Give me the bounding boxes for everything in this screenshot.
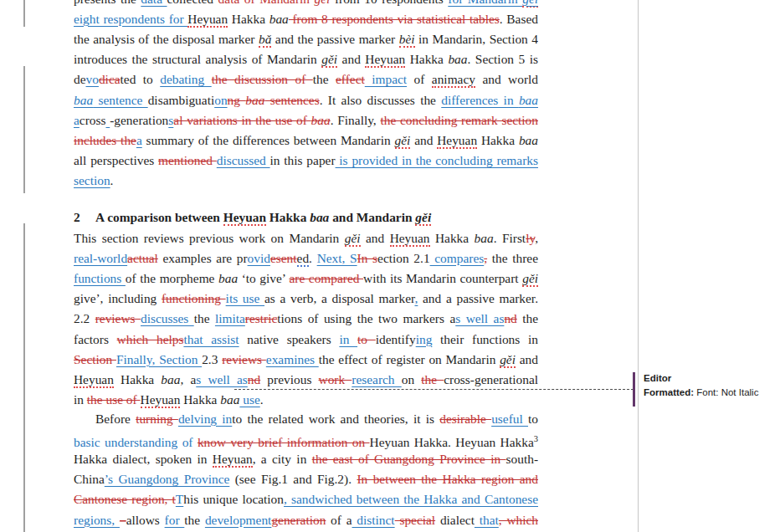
text-segment: collected: [167, 0, 218, 6]
inserted-text: T: [176, 492, 183, 506]
inserted-text: basic understanding of: [74, 435, 198, 449]
deleted-text: know very brief information on: [198, 435, 370, 449]
text-segment: . Finally,: [331, 113, 381, 127]
text-segment: Heyuan: [365, 52, 405, 68]
inserted-text: for: [165, 513, 185, 527]
inserted-text: that assist: [183, 332, 239, 346]
comment-annotation[interactable]: Editor Formatted: Font: Not Italic: [644, 371, 777, 400]
text-segment: Hakka: [266, 210, 310, 224]
deleted-text: work: [319, 372, 352, 386]
inserted-text: for Mandarin: [448, 0, 522, 6]
text-segment: Heyuan: [223, 210, 266, 226]
inserted-text: a: [136, 133, 142, 147]
text-segment: and: [361, 231, 390, 245]
text-line: China’s Guangdong Province (see Fig.1 an…: [74, 469, 538, 490]
text-segment: of a: [326, 513, 352, 527]
deleted-text: nd: [248, 372, 260, 386]
text-segment: Before: [95, 412, 136, 426]
comment-text: Formatted: Font: Not Italic: [644, 386, 777, 400]
inserted-text: useful: [491, 412, 528, 426]
text-segment: from 10 respondents: [335, 0, 448, 6]
text-line: factors which helpsthat assist native sp…: [74, 330, 538, 350]
text-segment: of the morpheme: [126, 271, 218, 285]
inserted-text: functions: [74, 271, 126, 285]
deleted-text: Section: [74, 352, 116, 366]
text-segment: Heyuan: [437, 133, 477, 149]
inserted-text: compares: [430, 251, 485, 265]
inserted-text: its use: [226, 291, 264, 305]
text-segment: tions of using the two markers a: [277, 311, 455, 325]
text-line: the analysis of the disposal marker bǎ a…: [74, 29, 538, 50]
deleted-text: generation: [271, 513, 326, 527]
inserted-text: section: [74, 173, 110, 187]
inserted-text: regions,: [74, 513, 120, 527]
inserted-text: in: [339, 332, 357, 346]
text-segment: previous: [260, 372, 318, 386]
inserted-text: real-world: [74, 251, 127, 265]
text-segment: the: [194, 311, 215, 325]
text-segment: as a verb, a disposal marker: [264, 291, 414, 305]
text-segment: in this paper: [270, 153, 336, 167]
inserted-text: development: [205, 513, 272, 527]
text-segment: Hakka: [477, 133, 519, 147]
inserted-text: on: [214, 93, 227, 107]
text-segment: summary of the differences between Manda…: [142, 133, 395, 147]
inserted-text: Finally, Section: [116, 352, 202, 366]
inserted-text: a: [74, 113, 80, 127]
deleted-text: restric: [245, 311, 277, 325]
text-segment: in Mandarin, Section 4: [415, 32, 538, 46]
text-segment: his unique location: [183, 492, 284, 506]
deleted-text: esent: [270, 251, 297, 265]
inserted-text: s well as: [455, 311, 504, 325]
text-segment: .: [260, 392, 264, 407]
text-segment: ed: [297, 251, 310, 267]
deleted-text: the east of Guangdong Province in: [312, 452, 506, 466]
text-segment: allows: [126, 513, 165, 527]
text-segment: the three: [487, 251, 538, 265]
inserted-text: that: [475, 513, 499, 527]
text-segment: Heyuan: [141, 392, 181, 408]
text-segment: factors: [74, 332, 117, 346]
inserted-text: impact: [365, 72, 407, 86]
text-segment: ted to: [121, 72, 161, 86]
text-line: section.: [74, 171, 538, 192]
text-segment: Hakka: [180, 392, 220, 407]
text-line: presents the data collected data of Mand…: [74, 0, 538, 9]
revision-bar: [23, 223, 25, 532]
text-segment: and: [516, 352, 538, 366]
text-segment: introduces the structural analysis of Ma…: [74, 52, 321, 66]
text-segment: native speakers: [239, 332, 340, 346]
text-line: Heyuan Hakka baa, as well asnd previous …: [74, 370, 538, 391]
deleted-text: to: [357, 332, 376, 346]
text-segment: baa: [218, 271, 238, 285]
text-line: Hakka dialect, spoken in Heyuan, a city …: [74, 449, 538, 470]
comment-pane-separator: [638, 0, 639, 532]
text-line: basic understanding of know very brief i…: [74, 429, 538, 450]
text-segment: 2.2: [74, 311, 95, 325]
text-segment: gěi: [321, 52, 337, 68]
text-segment: baa: [161, 372, 180, 386]
text-segment: bèi: [399, 32, 415, 48]
inserted-text: baa: [74, 93, 93, 107]
text-line: 2.2 reviews discusses the limitarestrict…: [74, 309, 538, 330]
deleted-text: special: [395, 513, 436, 527]
text-line: baa sentence disambiguationng baa senten…: [74, 90, 538, 111]
deleted-text: desirable: [439, 412, 491, 426]
text-segment: Heyuan: [187, 12, 228, 28]
text-line: This section reviews previous work on Ma…: [74, 228, 538, 249]
deleted-text: are compared: [289, 271, 363, 285]
text-segment: presents the: [74, 0, 141, 6]
inserted-text: ovid: [248, 251, 270, 265]
deleted-text: baa: [245, 93, 264, 107]
text-segment: and: [337, 52, 365, 66]
text-segment: of: [407, 72, 432, 86]
deleted-text: the discussion of: [212, 72, 313, 86]
text-segment: the effect of register on Mandarin: [319, 352, 500, 366]
text-line: all perspectives mentioned discussed in …: [74, 151, 538, 171]
inserted-text: eight respondents for: [74, 12, 187, 26]
deleted-text: nd: [504, 311, 516, 325]
section-heading: 2 A comparison between Heyuan Hakka baa …: [74, 207, 538, 228]
text-segment: . Section 5 is: [468, 52, 539, 66]
text-segment: baa: [220, 392, 239, 407]
text-segment: .: [309, 251, 317, 265]
